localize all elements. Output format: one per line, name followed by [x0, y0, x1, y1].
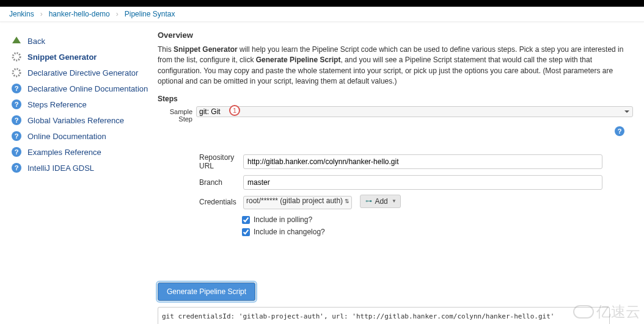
help-icon: ?: [11, 115, 22, 126]
overview-heading: Overview: [158, 31, 633, 40]
credentials-label: Credentials: [199, 198, 243, 206]
sidebar-item-label: Online Documentation: [27, 132, 106, 141]
sidebar-item-label: Steps Reference: [27, 100, 87, 109]
include-polling-label: Include in polling?: [254, 215, 312, 224]
svg-point-1: [13, 53, 20, 60]
help-icon[interactable]: ?: [615, 126, 624, 136]
generate-pipeline-script-button[interactable]: Generate Pipeline Script: [158, 283, 255, 301]
sidebar-item-declarative-docs[interactable]: ? Declarative Online Documentation: [11, 81, 158, 96]
annotation-badge-1: 1: [229, 105, 240, 116]
sidebar: Back Snippet Generator Declarative Direc…: [0, 27, 158, 324]
help-icon: ?: [11, 131, 22, 142]
sidebar-item-label: IntelliJ IDEA GDSL: [27, 164, 94, 173]
breadcrumb: Jenkins › hanker-hello-demo › Pipeline S…: [0, 7, 644, 22]
top-bar: [0, 0, 644, 7]
steps-heading: Steps: [158, 95, 633, 103]
overview-text: This Snippet Generator will help you lea…: [158, 45, 633, 87]
repo-url-input[interactable]: [243, 154, 602, 169]
include-changelog-checkbox[interactable]: [242, 228, 250, 236]
sidebar-item-global-vars[interactable]: ? Global Variables Reference: [11, 112, 158, 128]
sidebar-item-label: Examples Reference: [27, 148, 101, 157]
breadcrumb-project[interactable]: hanker-hello-demo: [49, 10, 110, 18]
help-icon: ?: [11, 99, 22, 110]
watermark: 亿速云: [573, 302, 640, 322]
output-text: git credentialsId: 'gitlab-project-auth'…: [162, 312, 554, 320]
include-changelog-label: Include in changelog?: [254, 228, 325, 236]
add-credentials-button[interactable]: ⊶ Add: [360, 195, 400, 208]
sidebar-item-label: Declarative Online Documentation: [27, 84, 148, 93]
sample-step-label: Sample Step: [158, 106, 196, 123]
sidebar-item-declarative-directive[interactable]: Declarative Directive Generator: [11, 65, 158, 81]
branch-input[interactable]: [243, 175, 602, 190]
gear-icon: [11, 67, 22, 78]
sidebar-item-label: Declarative Directive Generator: [27, 68, 138, 77]
sidebar-item-snippet-generator[interactable]: Snippet Generator: [11, 49, 158, 65]
include-polling-checkbox[interactable]: [242, 216, 250, 224]
svg-marker-0: [12, 37, 21, 43]
help-icon: ?: [11, 146, 22, 157]
svg-point-2: [13, 69, 20, 76]
help-row: ?: [158, 126, 624, 136]
sidebar-item-label: Back: [27, 37, 45, 46]
breadcrumb-jenkins[interactable]: Jenkins: [9, 10, 34, 18]
sidebar-item-label: Snippet Generator: [27, 52, 97, 62]
gear-icon: [11, 51, 22, 62]
key-icon: ⊶: [365, 197, 372, 205]
main-content: Overview This Snippet Generator will hel…: [158, 27, 644, 324]
sidebar-item-steps-ref[interactable]: ? Steps Reference: [11, 96, 158, 112]
watermark-text: 亿速云: [596, 302, 640, 322]
breadcrumb-sep: ›: [116, 10, 119, 18]
help-icon: ?: [11, 162, 22, 173]
sidebar-item-examples[interactable]: ? Examples Reference: [11, 144, 158, 160]
branch-label: Branch: [199, 178, 243, 187]
up-arrow-icon: [11, 35, 22, 46]
sidebar-item-online-docs[interactable]: ? Online Documentation: [11, 128, 158, 144]
output-box[interactable]: git credentialsId: 'gitlab-project-auth'…: [158, 307, 610, 324]
sample-step-select[interactable]: git: Git: [196, 106, 633, 117]
sidebar-item-intellij[interactable]: ? IntelliJ IDEA GDSL: [11, 160, 158, 176]
repo-url-label: Repository URL: [199, 153, 243, 170]
sidebar-item-back[interactable]: Back: [11, 33, 158, 49]
breadcrumb-pipeline-syntax[interactable]: Pipeline Syntax: [125, 10, 175, 18]
breadcrumb-sep: ›: [40, 10, 43, 18]
add-label: Add: [375, 197, 387, 206]
cloud-icon: [573, 305, 594, 319]
help-icon: ?: [11, 83, 22, 94]
sidebar-item-label: Global Variables Reference: [27, 116, 124, 125]
credentials-select[interactable]: root/****** (gitlab project auth): [243, 196, 352, 209]
